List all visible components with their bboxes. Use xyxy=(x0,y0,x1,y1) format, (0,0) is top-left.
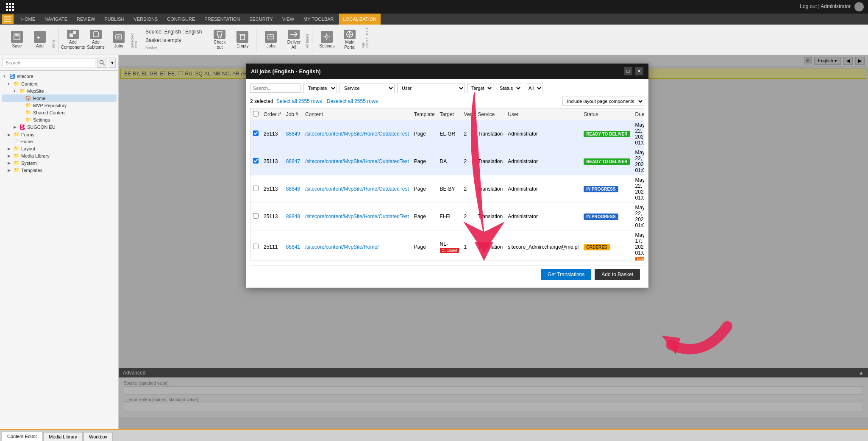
all-filter[interactable]: All xyxy=(525,83,543,93)
target-filter[interactable]: Target xyxy=(467,83,493,93)
search-dropdown-button[interactable]: ▾ xyxy=(109,58,116,68)
col-due[interactable]: Due xyxy=(633,109,644,120)
col-content[interactable]: Content xyxy=(303,109,412,120)
job-link[interactable]: 88847 xyxy=(286,158,300,164)
nav-versions[interactable]: VERSIONS xyxy=(129,14,162,25)
row-checkbox[interactable] xyxy=(253,213,259,219)
main-portal-button[interactable]: Main Portal xyxy=(339,28,361,52)
col-status[interactable]: Status xyxy=(581,109,632,120)
select-all-link[interactable]: Select all 2555 rows xyxy=(276,98,322,104)
content-link[interactable]: /sitecore/content/MvpSite/Home/ xyxy=(305,244,378,250)
row-checkbox[interactable] xyxy=(253,244,259,249)
job-link[interactable]: 88849 xyxy=(286,131,300,137)
col-service[interactable]: Service xyxy=(475,109,505,120)
tree-item-forms[interactable]: ▶ 📁 Forms xyxy=(2,131,117,138)
nav-publish[interactable]: PUBLISH xyxy=(100,14,128,25)
service-filter[interactable]: Service xyxy=(339,83,395,93)
logout-link[interactable]: Log out xyxy=(800,3,817,9)
settings-label: Settings xyxy=(319,44,334,49)
deselect-all-link[interactable]: Deselect all 2555 rows xyxy=(327,98,378,104)
tree-item-sugcon[interactable]: ▶ SC SUGCON EU xyxy=(2,123,117,131)
tree-item-shared-content[interactable]: 📁 Shared Content xyxy=(2,109,117,116)
row-checkbox[interactable] xyxy=(253,158,259,164)
nav-localization[interactable]: LOCALIZATION xyxy=(339,14,381,25)
status-filter[interactable]: Status xyxy=(496,83,522,93)
top-bar-left xyxy=(4,1,16,13)
add-components-button[interactable]: AddComponents xyxy=(62,28,84,52)
row-checkbox[interactable] xyxy=(253,186,259,191)
nav-mytoolbar[interactable]: MY TOOLBAR xyxy=(299,14,338,25)
col-template[interactable]: Template xyxy=(412,109,437,120)
tree-item-settings[interactable]: 📁 Settings xyxy=(2,116,117,123)
col-user[interactable]: User xyxy=(505,109,581,120)
tree-arrow: ▶ xyxy=(14,125,18,129)
col-target[interactable]: Target xyxy=(437,109,462,120)
nav-review[interactable]: REVIEW xyxy=(72,14,99,25)
tab-workbox[interactable]: Workbox xyxy=(83,432,113,441)
include-dropdown[interactable]: Include layout page components xyxy=(562,97,644,106)
tab-content-editor[interactable]: Content Editor xyxy=(2,432,42,441)
modal-close-button[interactable]: ✕ xyxy=(635,67,643,75)
col-checkbox xyxy=(250,109,261,120)
table-head: Order # Job # Content Template Target Ve… xyxy=(250,109,644,120)
tree-item-content[interactable]: ▾ 📁 Content xyxy=(2,80,117,87)
select-all-checkbox[interactable] xyxy=(253,111,259,116)
search-button[interactable] xyxy=(97,58,107,68)
content-link[interactable]: /sitecore/content/MvpSite/Home/OutdatedT… xyxy=(305,158,409,164)
checkout-button[interactable]: Check out xyxy=(209,28,231,52)
tree-label-mvp-repo: MVP Repository xyxy=(33,103,67,108)
deliver-all-button[interactable]: Deliver All xyxy=(283,28,305,52)
row-content: /sitecore/content/MvpSite/Home/OutdatedT… xyxy=(303,148,412,175)
row-template: Page xyxy=(412,120,437,148)
add-to-basket-button[interactable]: Add to Basket xyxy=(595,269,640,280)
content-link[interactable]: /sitecore/content/MvpSite/Home/OutdatedT… xyxy=(305,186,409,192)
col-order[interactable]: Order # xyxy=(261,109,284,120)
add-button[interactable]: + Add xyxy=(29,28,51,52)
tree-item-home[interactable]: 🏠 Home xyxy=(2,94,117,102)
content-link[interactable]: /sitecore/content/MvpSite/Home/OutdatedT… xyxy=(305,214,409,219)
modal-maximize-button[interactable]: □ xyxy=(624,67,632,75)
svg-rect-13 xyxy=(268,35,274,39)
search-input[interactable] xyxy=(3,58,95,67)
nav-presentation[interactable]: PRESENTATION xyxy=(200,14,244,25)
tree-item-layout[interactable]: ▶ 📁 Layout xyxy=(2,145,117,152)
row-job: 88848 xyxy=(284,203,303,230)
col-ver[interactable]: Ver. xyxy=(462,109,476,120)
empty-button[interactable]: Empty xyxy=(231,28,253,52)
tree-item-mvp-repo[interactable]: 📁 MVP Repository xyxy=(2,102,117,109)
tree-item-mvpsite[interactable]: ▾ 📁 MvpSite xyxy=(2,87,117,94)
save-button[interactable]: Save xyxy=(6,28,28,52)
jobs-allitems-button[interactable]: Jobs xyxy=(260,28,282,52)
job-link[interactable]: 88848 xyxy=(286,214,300,219)
get-translations-button[interactable]: Get Translations xyxy=(541,269,591,280)
settings-button[interactable]: Settings xyxy=(316,28,338,52)
tab-media-library[interactable]: Media Library xyxy=(43,432,83,441)
filter-search-input[interactable] xyxy=(250,83,301,93)
folder-icon: 📁 xyxy=(14,167,19,173)
add-subitems-button[interactable]: Add Subitems xyxy=(85,28,107,52)
nav-view[interactable]: VIEW xyxy=(278,14,298,25)
nav-configure[interactable]: CONFIGURE xyxy=(163,14,199,25)
row-checkbox[interactable] xyxy=(253,130,259,136)
user-filter[interactable]: User xyxy=(397,83,465,93)
job-link[interactable]: 88846 xyxy=(286,186,300,192)
tree-item-media-library[interactable]: ▶ 📁 Media Library xyxy=(2,152,117,159)
hamburger-menu[interactable] xyxy=(2,14,14,24)
content-link[interactable]: /sitecore/content/MvpSite/Home/OutdatedT… xyxy=(305,131,409,137)
svg-rect-6 xyxy=(116,35,122,39)
tree-item-sitecore[interactable]: ▾ S sitecore xyxy=(2,72,117,80)
job-link[interactable]: 88841 xyxy=(286,244,300,250)
row-service: Translation xyxy=(475,203,505,230)
jobs-selected-button[interactable]: Jobs xyxy=(108,28,130,52)
tree-item-templates[interactable]: ▶ 📁 Templates xyxy=(2,166,117,174)
tree-label-settings: Settings xyxy=(33,117,50,122)
tree-item-home2[interactable]: 📄 Home xyxy=(2,138,117,145)
col-job[interactable]: Job # xyxy=(284,109,303,120)
tree-item-system[interactable]: ▶ 📁 System xyxy=(2,159,117,166)
grid-icon[interactable] xyxy=(4,1,16,13)
nav-home[interactable]: HOME xyxy=(17,14,39,25)
row-status: IN PROGRESS xyxy=(581,203,632,230)
template-filter[interactable]: Template xyxy=(303,83,337,93)
nav-security[interactable]: SECURITY xyxy=(245,14,277,25)
nav-navigate[interactable]: NAVIGATE xyxy=(40,14,72,25)
